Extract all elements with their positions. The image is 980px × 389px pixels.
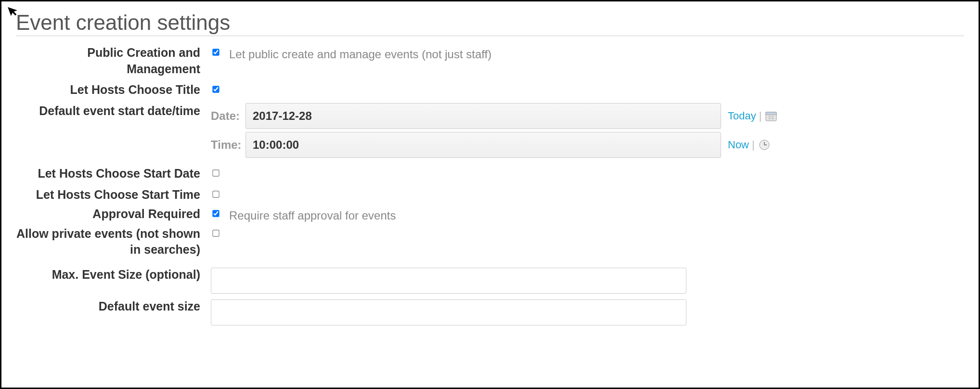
row-choose-start-date: Let Hosts Choose Start Date (16, 166, 964, 182)
label-public-creation: Public Creation and Management (16, 45, 211, 78)
label-choose-start-time: Let Hosts Choose Start Time (16, 187, 211, 203)
label-default-start: Default event start date/time (16, 103, 211, 119)
time-sublabel: Time: (211, 138, 245, 152)
row-choose-title: Let Hosts Choose Title (16, 82, 964, 98)
default-start-date-group: Date: Today | (211, 103, 964, 129)
cursor-icon (7, 4, 20, 19)
row-default-size: Default event size (16, 298, 964, 325)
checkbox-approval[interactable] (212, 210, 219, 217)
form-area: Public Creation and Management Let publi… (16, 38, 964, 325)
row-default-start: Default event start date/time Date: Toda… (16, 103, 964, 161)
label-default-size: Default event size (16, 298, 211, 315)
date-sublabel: Date: (211, 109, 245, 123)
default-start-time-group: Time: Now | (211, 132, 964, 158)
section-title: Event creation settings (16, 10, 964, 36)
row-choose-start-time: Let Hosts Choose Start Time (16, 187, 964, 203)
label-choose-start-date: Let Hosts Choose Start Date (16, 166, 211, 182)
checkbox-choose-start-time[interactable] (212, 191, 219, 197)
checkbox-public-creation[interactable] (212, 49, 219, 55)
max-size-input[interactable] (211, 268, 686, 294)
checkbox-choose-title[interactable] (212, 86, 219, 93)
label-max-size: Max. Event Size (optional) (16, 267, 211, 283)
svg-rect-1 (766, 112, 776, 115)
row-approval: Approval Required Require staff approval… (16, 206, 964, 223)
row-public-creation: Public Creation and Management Let publi… (16, 45, 964, 78)
today-link[interactable]: Today (728, 110, 756, 122)
help-approval: Require staff approval for events (229, 207, 396, 223)
now-link[interactable]: Now (728, 139, 749, 151)
checkbox-choose-start-date[interactable] (212, 169, 219, 176)
calendar-icon[interactable] (765, 111, 777, 121)
label-approval: Approval Required (16, 206, 211, 222)
checkbox-allow-private[interactable] (212, 230, 219, 236)
help-public-creation: Let public create and manage events (not… (229, 46, 491, 62)
default-size-input[interactable] (211, 299, 686, 325)
row-allow-private: Allow private events (not shown in searc… (16, 226, 964, 259)
separator: | (759, 110, 762, 122)
clock-icon[interactable] (759, 139, 770, 151)
default-start-time-input[interactable] (245, 132, 721, 158)
label-choose-title: Let Hosts Choose Title (16, 82, 211, 98)
settings-panel: Event creation settings Public Creation … (0, 0, 980, 389)
separator: | (752, 139, 755, 151)
default-start-date-input[interactable] (245, 103, 721, 129)
row-max-size: Max. Event Size (optional) (16, 267, 964, 294)
label-allow-private: Allow private events (not shown in searc… (16, 226, 211, 259)
